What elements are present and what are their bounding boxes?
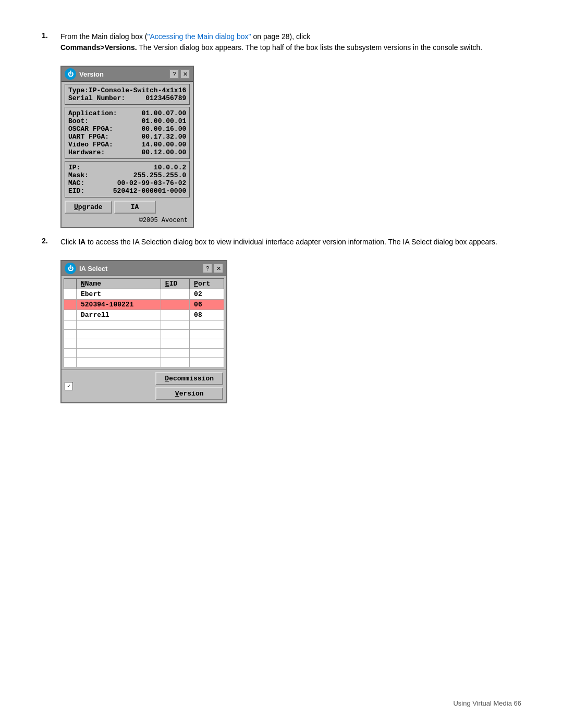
mac-label: MAC: (68, 179, 84, 187)
col-port-header: Port (190, 279, 224, 289)
ia-dialog-wrapper: ⏻ IA Select ? ✕ NName EID Port (60, 260, 521, 403)
mask-row: Mask: 255.255.255.0 (68, 171, 186, 179)
footer-text: Using Virtual Media 66 (453, 699, 521, 707)
row3-name: Darrell (77, 310, 161, 320)
eid-value: 520412-000001-0000 (113, 187, 186, 195)
type-label: Type:IP-Console-Switch-4x1x16 (68, 87, 186, 94)
app-row: Application: 01.00.07.00 (68, 109, 186, 117)
page-content: 1. From the Main dialog box ("Accessing … (0, 0, 563, 453)
titlebar-left: ⏻ Version (65, 68, 104, 80)
boot-label: Boot: (68, 117, 89, 125)
title-buttons: ? ✕ (169, 69, 190, 79)
oscar-row: OSCAR FPGA: 00.00.16.00 (68, 125, 186, 133)
upgrade-button[interactable]: Upgrade (65, 201, 112, 214)
col-name-header: NName (77, 279, 161, 289)
step-1-link[interactable]: "Accessing the Main dialog box" (148, 32, 251, 41)
ia-help-button[interactable]: ? (203, 264, 212, 273)
hardware-value: 00.12.00.00 (141, 149, 186, 156)
table-row[interactable]: Darrell 08 (64, 310, 224, 320)
ip-label: IP: (68, 164, 80, 171)
ia-table-wrapper: NName EID Port Ebert 02 (62, 276, 226, 369)
row2-eid (161, 300, 189, 310)
uart-row: UART FPGA: 00.17.32.00 (68, 133, 186, 141)
row3-checkbox (64, 310, 77, 320)
row1-checkbox (64, 289, 77, 300)
hardware-row: Hardware: 00.12.00.00 (68, 149, 186, 156)
table-row[interactable]: 520394-100221 06 (64, 300, 224, 310)
version-content: Type:IP-Console-Switch-4x1x16 Serial Num… (62, 82, 193, 227)
row3-port: 08 (190, 310, 224, 320)
step-2-ia: IA (78, 238, 85, 246)
uart-label: UART FPGA: (68, 133, 109, 141)
version-dialog-wrapper: ⏻ Version ? ✕ Type:IP-Console-Switch-4x1… (60, 66, 521, 228)
step-1-number: 1. (42, 31, 52, 53)
step-1-command: Commands>Versions. (60, 43, 137, 52)
ia-bottom-buttons: Decommission Version (155, 372, 223, 400)
row1-eid (161, 289, 189, 300)
ia-button[interactable]: IA (114, 201, 156, 214)
copyright: ©2005 Avocent (65, 216, 190, 225)
uart-value: 00.17.32.00 (141, 133, 186, 141)
step-1-after-link: on page 28), click (251, 32, 311, 41)
ip-value: 10.0.0.2 (154, 164, 186, 171)
ia-title-buttons: ? ✕ (203, 264, 223, 273)
col-checkbox-header (64, 279, 77, 289)
ia-bottom-bar: ✓ Decommission Version (62, 369, 226, 402)
ia-close-button[interactable]: ✕ (214, 264, 223, 273)
step-1-block: 1. From the Main dialog box ("Accessing … (42, 31, 521, 53)
version-type-section: Type:IP-Console-Switch-4x1x16 Serial Num… (65, 84, 190, 105)
video-row: Video FPGA: 14.00.00.00 (68, 141, 186, 149)
serial-label: Serial Number: (68, 94, 125, 102)
table-row[interactable]: Ebert 02 (64, 289, 224, 300)
ia-select-checkbox[interactable]: ✓ (65, 382, 73, 390)
step-2-block: 2. Click IA to access the IA Selection d… (42, 237, 521, 248)
table-row-empty (64, 320, 224, 330)
help-button[interactable]: ? (169, 69, 179, 79)
mask-label: Mask: (68, 171, 89, 179)
ia-bottom-left: ✓ (65, 382, 73, 390)
step-1-before-link: From the Main dialog box ( (60, 32, 148, 41)
network-section: IP: 10.0.0.2 Mask: 255.255.255.0 MAC: 00… (65, 161, 190, 198)
ia-titlebar: ⏻ IA Select ? ✕ (62, 261, 226, 276)
version-dialog-title: Version (79, 70, 104, 78)
step-1-text: From the Main dialog box ("Accessing the… (60, 31, 521, 53)
mac-row: MAC: 00-02-99-03-76-02 (68, 179, 186, 187)
video-label: Video FPGA: (68, 141, 113, 149)
ia-titlebar-left: ⏻ IA Select (65, 263, 107, 274)
step-2-text: Click IA to access the IA Selection dial… (60, 237, 521, 248)
ip-row: IP: 10.0.0.2 (68, 164, 186, 171)
ia-table: NName EID Port Ebert 02 (64, 278, 224, 367)
step-2-desc: Click (60, 238, 78, 246)
boot-value: 01.00.00.01 (141, 117, 186, 125)
step-2-desc2: to access the IA Selection dialog box to… (85, 238, 497, 246)
version-dialog: ⏻ Version ? ✕ Type:IP-Console-Switch-4x1… (60, 66, 194, 228)
ia-dialog-title: IA Select (79, 265, 107, 273)
mac-value: 00-02-99-03-76-02 (117, 179, 187, 187)
app-value: 01.00.07.00 (141, 109, 186, 117)
ia-version-button[interactable]: Version (155, 387, 223, 400)
ia-hp-logo: ⏻ (65, 263, 76, 274)
row3-eid (161, 310, 189, 320)
table-row-empty (64, 339, 224, 349)
oscar-value: 00.00.16.00 (141, 125, 186, 133)
version-buttons: Upgrade IA (65, 201, 190, 214)
firmware-section: Application: 01.00.07.00 Boot: 01.00.00.… (65, 107, 190, 159)
table-row-empty (64, 349, 224, 358)
serial-row: Serial Number: 0123456789 (68, 94, 186, 102)
serial-value: 0123456789 (145, 94, 186, 102)
version-titlebar: ⏻ Version ? ✕ (62, 67, 193, 82)
oscar-label: OSCAR FPGA: (68, 125, 113, 133)
page-footer: Using Virtual Media 66 (453, 699, 521, 707)
row1-name: Ebert (77, 289, 161, 300)
eid-row: EID: 520412-000001-0000 (68, 187, 186, 195)
hardware-label: Hardware: (68, 149, 105, 156)
video-value: 14.00.00.00 (141, 141, 186, 149)
hp-logo: ⏻ (65, 68, 76, 80)
decommission-button[interactable]: Decommission (155, 372, 223, 385)
table-row-empty (64, 358, 224, 367)
row2-port: 06 (190, 300, 224, 310)
close-button[interactable]: ✕ (180, 69, 190, 79)
table-row-empty (64, 330, 224, 339)
mask-value: 255.255.255.0 (133, 171, 186, 179)
eid-label: EID: (68, 187, 84, 195)
